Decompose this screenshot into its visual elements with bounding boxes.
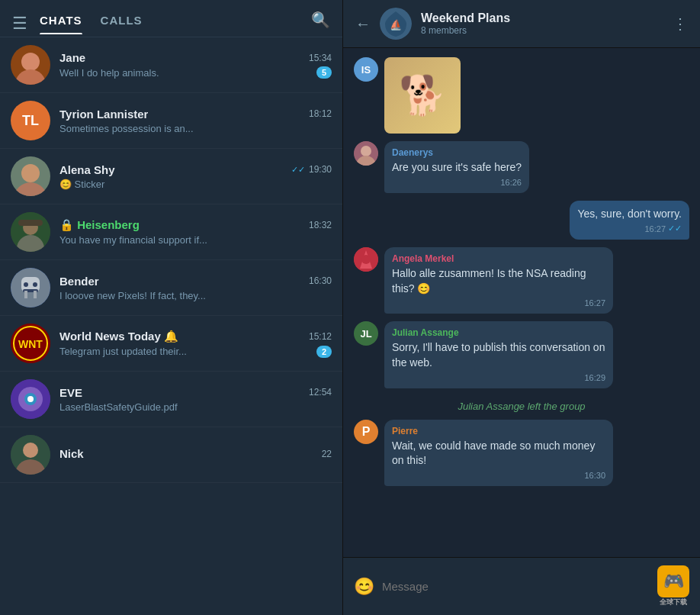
chat-preview-bender: I looove new Pixels! If fact, they... [59, 290, 332, 301]
badge-jane: 5 [316, 66, 332, 79]
msg-text-angela: Hallo alle zusammen! Is the NSA reading … [392, 266, 605, 296]
msg-sender-angela: Angela Merkel [392, 253, 605, 264]
chat-name-bender: Bender [59, 275, 99, 288]
chat-list: Jane 15:34 Well I do help animals. 5 TL … [0, 37, 342, 615]
sticker-image: 🐕 [384, 57, 461, 134]
chat-preview-eve: LaserBlastSafetyGuide.pdf [59, 401, 332, 413]
svg-point-22 [27, 396, 34, 402]
chat-name-alena: Alena Shy [59, 163, 115, 176]
system-message-julian-left: Julian Assange left the group [354, 396, 689, 417]
avatar-jane [11, 45, 50, 85]
chat-item-worldnews[interactable]: WNT World News Today 🔔 15:12 Telegram ju… [0, 316, 342, 372]
chat-name-tyrion: Tyrion Lannister [59, 108, 148, 121]
svg-rect-7 [18, 220, 43, 226]
message-input[interactable] [382, 580, 650, 593]
header-tabs: CHATS CALLS [40, 14, 305, 34]
hamburger-icon[interactable]: ☰ [12, 14, 27, 34]
svg-point-11 [24, 282, 28, 287]
msg-avatar-is: IS [354, 57, 378, 82]
tab-calls[interactable]: CALLS [101, 14, 143, 34]
chat-preview-heisenberg: You have my financial support if... [59, 234, 332, 246]
avatar-nick [11, 435, 50, 475]
chat-info-worldnews: World News Today 🔔 15:12 Telegram just u… [59, 330, 332, 358]
svg-point-4 [14, 182, 47, 196]
svg-point-0 [21, 53, 40, 71]
msg-bubble-daenerys: Daenerys Are you sure it's safe here? 16… [384, 141, 529, 193]
chat-item-bender[interactable]: Bender 16:30 I looove new Pixels! If fac… [0, 260, 342, 316]
msg-bubble-pierre: Pierre Wait, we could have made so much … [384, 420, 613, 486]
msg-sender-daenerys: Daenerys [392, 147, 522, 158]
back-button[interactable]: ← [355, 15, 371, 33]
msg-avatar-julian: JL [354, 321, 378, 346]
msg-bubble-julian: Julian Assange Sorry, I'll have to publi… [384, 321, 613, 388]
message-sticker: IS 🐕 [354, 57, 689, 134]
msg-meta-angela: 16:27 [392, 298, 605, 308]
avatar-bender [11, 268, 50, 308]
right-panel: ← ⛵ Weekend Plans 8 members ⋮ IS 🐕 [343, 0, 700, 615]
search-icon[interactable]: 🔍 [311, 11, 330, 37]
svg-text:⛵: ⛵ [390, 18, 403, 31]
msg-meta-julian: 16:29 [392, 373, 605, 382]
svg-point-24 [23, 443, 38, 458]
chat-time-jane: 15:34 [309, 53, 332, 63]
chat-info-heisenberg: 🔒 Heisenberg 18:32 You have my financial… [59, 218, 332, 246]
emoji-button[interactable]: 😊 [354, 577, 374, 597]
avatar-tyrion: TL [11, 101, 50, 140]
left-header: ☰ CHATS CALLS 🔍 [0, 0, 342, 37]
chat-item-jane[interactable]: Jane 15:34 Well I do help animals. 5 [0, 37, 342, 93]
msg-avatar-angela [354, 247, 378, 272]
chat-item-tyrion[interactable]: TL Tyrion Lannister 18:12 Sometimes poss… [0, 93, 342, 149]
msg-avatar-daenerys [354, 141, 378, 166]
group-members: 8 members [421, 25, 663, 36]
chat-info-bender: Bender 16:30 I looove new Pixels! If fac… [59, 275, 332, 301]
msg-bubble-sticker: 🐕 [384, 57, 461, 134]
message-daenerys: Daenerys Are you sure it's safe here? 16… [354, 141, 689, 193]
watermark-text: 全球下载 [660, 597, 687, 607]
chat-info-nick: Nick 22 [59, 447, 332, 462]
chat-item-heisenberg[interactable]: 🔒 Heisenberg 18:32 You have my financial… [0, 204, 342, 260]
chat-time-tyrion: 18:12 [309, 108, 332, 119]
msg-tick-outgoing-1: ✓✓ [668, 224, 682, 233]
svg-text:WNT: WNT [18, 338, 43, 350]
chat-time-worldnews: 15:12 [309, 331, 332, 342]
chat-name-nick: Nick [59, 447, 84, 460]
chat-info-tyrion: Tyrion Lannister 18:12 Sometimes possess… [59, 108, 332, 134]
msg-bubble-outgoing-1: Yes, sure, don't worry. 16:27 ✓✓ [570, 201, 689, 240]
msg-meta-daenerys: 16:26 [392, 178, 522, 187]
tab-chats[interactable]: CHATS [40, 14, 82, 34]
chat-input-area: 😊 🎮 全球下载 [343, 557, 700, 615]
badge-worldnews: 2 [316, 346, 332, 358]
watermark: 🎮 全球下载 [657, 565, 689, 607]
chat-item-eve[interactable]: EVE 12:54 LaserBlastSafetyGuide.pdf [0, 372, 342, 427]
group-avatar: ⛵ [380, 8, 412, 40]
msg-text-julian: Sorry, I'll have to publish this convers… [392, 340, 605, 370]
msg-avatar-pierre: P [354, 420, 378, 444]
chat-name-worldnews: World News Today 🔔 [59, 330, 178, 343]
right-header: ← ⛵ Weekend Plans 8 members ⋮ [343, 0, 700, 48]
group-name: Weekend Plans [421, 11, 663, 25]
chat-time-alena: ✓✓ 19:30 [291, 164, 332, 175]
group-info: Weekend Plans 8 members [421, 11, 663, 36]
msg-sender-julian: Julian Assange [392, 327, 605, 338]
svg-point-12 [33, 282, 37, 287]
chat-time-nick: 22 [322, 449, 332, 459]
svg-point-3 [21, 164, 40, 182]
chat-name-jane: Jane [59, 51, 85, 64]
left-panel: ☰ CHATS CALLS 🔍 Jane 15:34 [0, 0, 343, 615]
svg-point-33 [361, 255, 371, 264]
avatar-eve [11, 379, 50, 419]
msg-sender-pierre: Pierre [392, 426, 605, 436]
avatar-worldnews: WNT [11, 324, 50, 363]
chat-preview-alena: 😊 Sticker [59, 179, 332, 190]
avatar-heisenberg [11, 212, 50, 252]
svg-point-1 [15, 69, 46, 85]
chat-name-eve: EVE [59, 386, 82, 399]
msg-text-daenerys: Are you sure it's safe here? [392, 160, 522, 175]
svg-rect-14 [24, 291, 27, 298]
watermark-logo: 🎮 [657, 565, 689, 597]
message-outgoing-1: Yes, sure, don't worry. 16:27 ✓✓ [354, 201, 689, 240]
message-angela: Angela Merkel Hallo alle zusammen! Is th… [354, 247, 689, 314]
chat-item-alena[interactable]: Alena Shy ✓✓ 19:30 😊 Sticker [0, 149, 342, 204]
more-button[interactable]: ⋮ [673, 14, 688, 33]
chat-item-nick[interactable]: Nick 22 [0, 427, 342, 483]
